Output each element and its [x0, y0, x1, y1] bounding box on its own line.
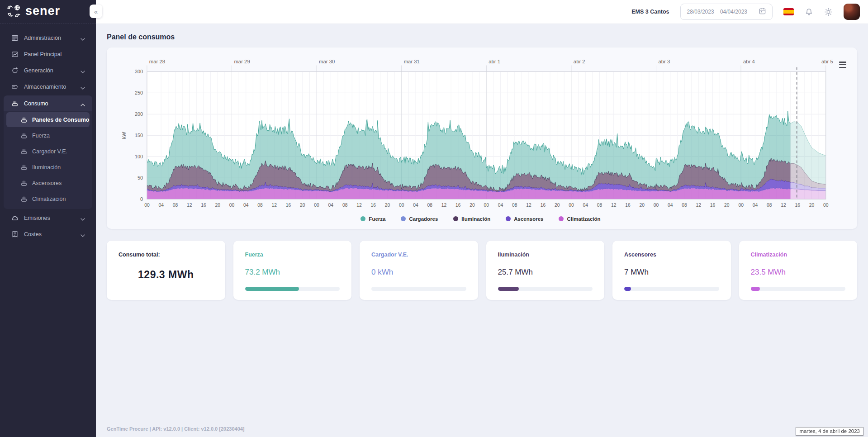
sidebar-item-costes[interactable]: Costes	[4, 226, 92, 242]
progress-track	[751, 287, 846, 291]
date-tooltip: martes, 4 de abril de 2023	[796, 427, 863, 436]
svg-text:00: 00	[399, 203, 404, 208]
meter-icon	[20, 179, 28, 187]
svg-text:12: 12	[611, 203, 617, 208]
sidebar-collapse-button[interactable]: «	[90, 5, 102, 18]
legend-item[interactable]: Ascensores	[506, 216, 543, 222]
legend-item[interactable]: Iluminación	[453, 216, 490, 222]
legend-label: Ascensores	[514, 216, 543, 222]
sidebar-item-label: Consumo	[24, 100, 75, 107]
svg-text:12: 12	[441, 203, 447, 208]
card-cargador-ve: Cargador V.E. 0 kWh	[360, 241, 478, 300]
svg-text:mar 31: mar 31	[404, 59, 420, 64]
progress-fill	[245, 287, 299, 291]
calendar-icon	[759, 8, 766, 16]
svg-text:16: 16	[201, 203, 206, 208]
svg-text:00: 00	[144, 203, 150, 208]
chevron-down-icon	[81, 85, 85, 89]
legend-item[interactable]: Fuerza	[360, 216, 385, 222]
chevron-down-icon	[81, 68, 85, 73]
sidebar-item-administracion[interactable]: Administración	[4, 30, 92, 46]
svg-text:08: 08	[427, 203, 432, 208]
sidebar-item-label: Cargador V.E.	[32, 148, 83, 155]
sidebar-item-climatizacion[interactable]: Climatización	[6, 191, 90, 206]
card-value: 7 MWh	[624, 268, 719, 277]
sidebar-item-iluminacion[interactable]: Iluminación	[6, 160, 90, 175]
sidebar: sener AdministraciónPanel PrincipalGener…	[0, 0, 96, 437]
progress-fill	[624, 287, 631, 291]
meter-icon	[20, 116, 28, 124]
meter-icon	[20, 163, 28, 171]
card-iluminacion: Iluminación 25.7 MWh	[486, 241, 605, 300]
sidebar-item-label: Paneles de Consumo	[32, 117, 89, 123]
legend-dot	[506, 216, 511, 221]
card-climatizacion: Climatización 23.5 MWh	[739, 241, 858, 300]
sidebar-item-consumo[interactable]: Consumo	[4, 95, 92, 111]
date-range-picker[interactable]: 28/03/2023 – 04/04/2023	[680, 4, 773, 20]
svg-text:08: 08	[682, 203, 687, 208]
user-avatar[interactable]	[844, 4, 860, 20]
sidebar-group-consumo: ConsumoPaneles de ConsumoFuerzaCargador …	[4, 95, 92, 209]
svg-text:0: 0	[140, 196, 143, 202]
notifications-bell-icon[interactable]	[805, 8, 813, 16]
svg-text:20: 20	[385, 203, 390, 208]
page-content: Panel de consumos 050100150200250300mar …	[96, 24, 868, 437]
card-title: Climatización	[751, 252, 846, 258]
sidebar-item-ascensores[interactable]: Ascensores	[6, 176, 90, 190]
main-area: « EMS 3 Cantos 28/03/2023 – 04/04/2023	[96, 0, 868, 437]
logo[interactable]: sener	[0, 0, 96, 24]
svg-text:04: 04	[243, 203, 249, 208]
chevron-down-icon	[81, 216, 85, 220]
sidebar-item-panel-principal[interactable]: Panel Principal	[4, 46, 92, 62]
svg-text:16: 16	[370, 203, 376, 208]
theme-toggle-sun-icon[interactable]	[824, 8, 833, 16]
meter-icon	[20, 132, 28, 139]
chevron-up-icon	[81, 101, 85, 106]
svg-text:12: 12	[526, 203, 531, 208]
sidebar-item-emisiones[interactable]: Emisiones	[4, 210, 92, 226]
svg-text:00: 00	[314, 203, 319, 208]
consumption-chart-card: 050100150200250300mar 28mar 29mar 30mar …	[107, 48, 857, 229]
sidebar-item-cargador-ve[interactable]: Cargador V.E.	[6, 144, 90, 159]
legend-item[interactable]: Cargadores	[401, 216, 438, 222]
sidebar-item-label: Almacenamiento	[24, 84, 75, 90]
svg-text:100: 100	[135, 154, 143, 159]
svg-text:00: 00	[229, 203, 235, 208]
progress-track	[498, 287, 593, 291]
progress-track	[624, 287, 719, 291]
chart-context-menu-icon[interactable]	[838, 61, 847, 68]
language-flag-spain[interactable]	[783, 8, 794, 15]
sidebar-item-almacenamiento[interactable]: Almacenamiento	[4, 79, 92, 95]
consumption-stacked-area-chart[interactable]: 050100150200250300mar 28mar 29mar 30mar …	[110, 49, 851, 214]
svg-text:08: 08	[767, 203, 772, 208]
card-value: 73.2 MWh	[245, 268, 340, 277]
sidebar-item-fuerza[interactable]: Fuerza	[6, 128, 90, 143]
emissions-icon	[11, 214, 19, 222]
card-title: Consumo total:	[119, 252, 213, 258]
svg-text:08: 08	[173, 203, 178, 208]
svg-text:150: 150	[135, 133, 143, 138]
svg-text:00: 00	[823, 203, 829, 208]
svg-text:mar 29: mar 29	[234, 59, 250, 64]
progress-track	[245, 287, 340, 291]
card-title: Cargador V.E.	[371, 252, 466, 258]
sidebar-item-label: Climatización	[32, 196, 83, 202]
svg-text:04: 04	[498, 203, 503, 208]
legend-item[interactable]: Climatización	[559, 216, 600, 222]
svg-text:abr 4: abr 4	[743, 59, 755, 64]
svg-text:250: 250	[135, 90, 143, 95]
svg-text:20: 20	[809, 203, 815, 208]
sidebar-item-generacion[interactable]: Generación	[4, 62, 92, 78]
chevron-down-icon	[81, 36, 85, 40]
dashboard-icon	[11, 50, 19, 58]
legend-label: Fuerza	[369, 216, 385, 222]
admin-icon	[11, 34, 19, 42]
sidebar-item-paneles-de-consumo[interactable]: Paneles de Consumo	[6, 112, 90, 127]
generation-icon	[11, 66, 19, 74]
card-title: Iluminación	[498, 252, 593, 258]
date-range-value: 28/03/2023 – 04/04/2023	[687, 9, 747, 15]
svg-text:08: 08	[257, 203, 263, 208]
card-ascensores: Ascensores 7 MWh	[612, 241, 731, 300]
legend-dot	[559, 216, 564, 221]
svg-text:16: 16	[286, 203, 291, 208]
